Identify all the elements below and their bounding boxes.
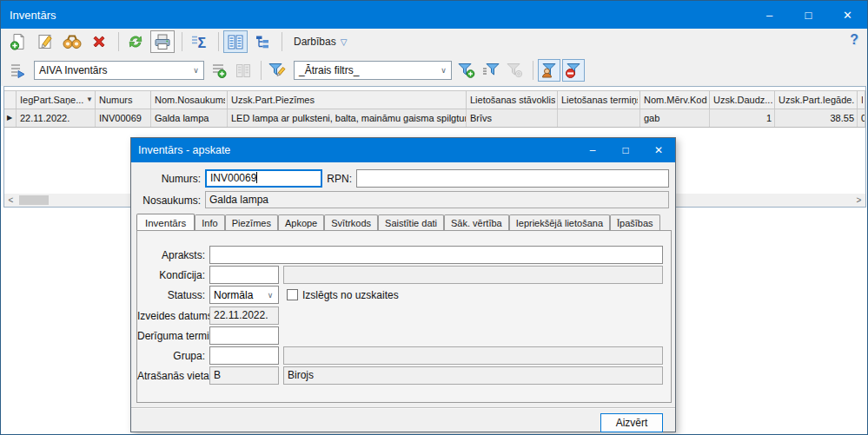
chevron-down-icon: ∨ [262,291,278,300]
statuss-value: Normāla [214,289,262,301]
text-caret [256,172,257,183]
tab-piezimes[interactable]: Piezīmes [225,214,278,231]
clear-filter-button[interactable] [562,59,585,82]
apraksts-field[interactable] [209,246,663,264]
cell-uzsk-part-piezimes: LED lampa ar pulksteni, balta, maināmu g… [228,109,467,127]
table-row[interactable]: ▶ 22.11.2022. INV00069 Galda lampa LED l… [4,109,865,128]
darbibas-menu-button[interactable]: Darbības ▽ [294,36,347,48]
print-button[interactable] [150,30,175,53]
new-document-icon [10,33,27,50]
svg-text:Σ: Σ [198,36,207,50]
dialog-minimize-icon[interactable]: – [576,138,609,162]
user-filter-button[interactable] [538,59,560,82]
dataset-select-button[interactable] [6,59,29,82]
tab-svitrkods[interactable]: Svītrkods [324,214,378,231]
edit-record-button[interactable] [33,30,57,53]
view-record-button[interactable] [60,30,84,53]
dialog-close-icon[interactable]: ✕ [642,138,675,162]
edit-filter-button[interactable] [266,59,288,82]
tab-inventars[interactable]: Inventārs [136,214,195,232]
column-header-numurs[interactable]: Numurs [96,91,151,109]
scroll-right-icon[interactable]: > [852,195,865,205]
grupa-code-field[interactable] [209,346,279,365]
columns-icon [228,35,243,49]
tab-sak-vertiba[interactable]: Sāk. vērtība [444,214,509,231]
filter-settings-button[interactable] [504,59,527,82]
delete-record-button[interactable] [87,30,111,53]
izveides-datums-field: 22.11.2022. [209,306,279,325]
atrasanas-vieta-label: Atrašanās vieta: [137,370,205,382]
izslegts-checkbox-label: Izslēgts no uzskaites [302,289,399,301]
dialog-title: Inventārs - apskate [131,144,576,156]
minimize-icon[interactable]: – [750,1,789,29]
numurs-field[interactable]: INV00069 [205,169,322,188]
close-icon[interactable]: ✕ [828,1,867,29]
view-combo-value: AIVA Inventārs [39,64,189,76]
column-header-lietosanas-termins[interactable]: Lietošanas termiņš [558,91,640,109]
grid-indicator-header [4,91,17,109]
rpn-field[interactable] [356,169,669,188]
column-header-iegpart-sanemsanas[interactable]: IegPart.Saņe...▼ [17,91,96,109]
main-titlebar: Inventārs – □ ✕ [1,1,867,29]
grid-header-row: IegPart.Saņe...▼ Numurs Nom.Nosaukums Uz… [4,90,865,109]
izslegts-checkbox[interactable] [287,289,298,300]
maximize-icon[interactable]: □ [789,1,828,29]
sum-button[interactable]: Σ [187,30,211,53]
tab-ipasibas[interactable]: Īpašības [610,214,660,231]
column-header-uzsk-daudz[interactable]: Uzsk.Daudz... [710,91,775,109]
rpn-label: RPN: [324,173,352,185]
tab-apkope[interactable]: Apkope [278,214,324,231]
cell-nom-merv-kods: gab [640,109,710,127]
nosaukums-label: Nosaukums: [138,194,201,207]
main-toolbar: Σ Darbības ▽ [1,29,867,55]
filter-edit-icon [268,62,287,79]
deriguma-termins-field[interactable] [209,326,279,345]
toolbar-separator [182,32,182,51]
add-list-icon [210,63,228,79]
cell-iegpart-sanemsanas: 22.11.2022. [17,109,96,127]
columns-view-button[interactable] [223,30,248,53]
kondicija-label: Kondīcija: [137,269,205,281]
tree-icon [255,35,270,49]
aizvert-button[interactable]: Aizvērt [600,413,663,432]
add-view-button[interactable] [208,59,230,82]
deriguma-termins-label: Derīguma termiņš: [137,330,205,342]
column-header-uzsk-part-iegade[interactable]: Uzsk.Part.Iegāde... [775,91,858,109]
tab-saistitie-dati[interactable]: Saistītie dati [378,214,444,231]
dialog-maximize-icon[interactable]: □ [609,138,642,162]
quick-filter-combo[interactable]: _Ātrais filtrs_ ∨ [294,61,452,80]
filter-clear-icon [564,62,583,79]
add-filter-button[interactable] [455,59,478,82]
cell-uzsk-daudz: 1 [710,109,775,127]
column-header-lietosanas-stavoklis[interactable]: Lietošanas stāvoklis [467,91,558,109]
kondicija-code-field[interactable] [209,266,279,284]
columns-stack-icon [235,63,251,78]
delete-x-icon [91,34,107,49]
chevron-down-icon: ∨ [436,66,451,75]
tab-iepriekseja-lietosana[interactable]: Iepriekšējā lietošana [509,214,610,231]
column-header-nom-nosaukums[interactable]: Nom.Nosaukums [151,91,228,109]
cell-partial: 0 [858,109,865,127]
tab-info[interactable]: Info [195,214,224,231]
cell-nom-nosaukums: Galda lampa [151,109,228,127]
column-header-nom-merv-kods[interactable]: Nom.Mērv.Kods [640,91,710,109]
column-header-partial[interactable]: I [858,91,865,109]
help-icon[interactable]: ? [850,32,858,48]
sort-desc-icon: ▼ [86,95,93,109]
new-record-button[interactable] [6,30,30,53]
statuss-dropdown[interactable]: Normāla ∨ [209,286,279,304]
numurs-label: Numurs: [138,173,201,185]
column-header-uzsk-part-piezimes[interactable]: Uzsk.Part.Piezīmes [228,91,467,109]
tree-view-button[interactable] [250,30,275,53]
scroll-left-icon[interactable]: < [4,195,17,205]
scrollbar-thumb[interactable] [19,195,49,205]
cell-lietosanas-termins [558,109,640,127]
view-columns-button[interactable] [232,59,255,82]
filter-list-button[interactable] [480,59,502,82]
filter-list-icon [481,62,500,79]
refresh-icon [127,33,144,50]
view-select-combo[interactable]: AIVA Inventārs ∨ [34,61,204,80]
darbibas-label: Darbības [294,36,336,48]
refresh-button[interactable] [123,30,148,53]
toolbar-separator [282,32,282,51]
